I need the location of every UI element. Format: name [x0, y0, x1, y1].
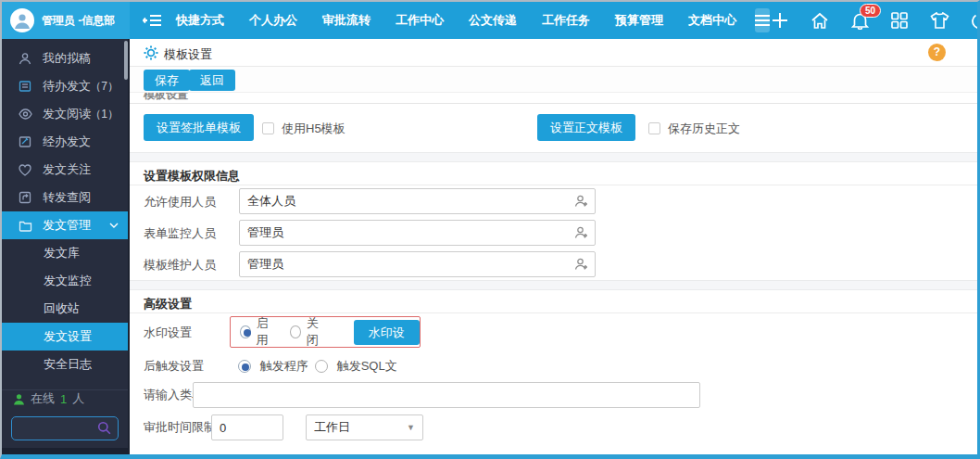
forward-review-icon — [18, 190, 32, 205]
save-button[interactable]: 保存 — [144, 70, 190, 91]
subitem-label: 回收站 — [44, 300, 80, 317]
user-icon — [18, 51, 32, 66]
field-label: 后触发设置 — [144, 358, 204, 375]
theme-shirt-icon[interactable] — [929, 10, 949, 31]
help-icon[interactable]: ? — [928, 44, 946, 61]
count-badge: （1） — [90, 107, 119, 122]
trigger-program-radio[interactable] — [238, 360, 251, 373]
h5-checkbox[interactable] — [262, 122, 274, 134]
person-add-icon[interactable] — [574, 194, 589, 209]
radio-label: 触发SQL文 — [337, 359, 397, 373]
nav-item-document-center[interactable]: 文档中心 — [688, 12, 736, 29]
time-limit-input[interactable] — [211, 414, 283, 440]
sidebar-item-label: 发文管理 — [43, 217, 91, 234]
template-maintainer-input[interactable] — [239, 251, 596, 277]
collapse-menu-icon[interactable] — [143, 12, 163, 29]
save-history-option: 保存历史正文 — [648, 121, 740, 137]
field-label: 表单监控人员 — [144, 225, 216, 242]
template-buttons-row: 设置签批单模板 使用H5模板 设置正文模板 保存历史正文 — [130, 104, 977, 152]
sidebar: 我的拟稿 待办发文 （7） 发文阅读 （1） 经办发文 发文关注 — [2, 39, 130, 454]
online-label: 在线 — [31, 390, 55, 407]
field-label: 允许使用人员 — [144, 194, 216, 210]
sidebar-item-label: 我的拟稿 — [43, 50, 91, 67]
post-trigger-row: 后触发设置 触发程序 触发SQL文 — [130, 352, 977, 380]
person-add-icon[interactable] — [574, 257, 589, 272]
apps-grid-icon[interactable] — [889, 10, 910, 31]
home-icon[interactable] — [810, 10, 830, 31]
main-content: 模板设置 ? 保存 返回 模板设置 设置签批单模板 使用H5模板 设置正文模板 … — [130, 39, 977, 454]
user-info[interactable]: 管理员 -信息部 — [2, 2, 130, 39]
back-button[interactable]: 返回 — [189, 70, 235, 91]
checkbox-label: 保存历史正文 — [668, 121, 740, 135]
dropdown-value: 工作日 — [314, 419, 350, 436]
nav-item-document-delivery[interactable]: 公文传递 — [469, 12, 517, 29]
notifications-bell-icon[interactable]: 50 — [849, 10, 870, 31]
subitem-label: 发文设置 — [44, 328, 92, 345]
set-sign-template-button[interactable]: 设置签批单模板 — [144, 114, 254, 141]
sidebar-subitem-document-monitor[interactable]: 发文监控 — [2, 267, 128, 295]
sidebar-item-my-drafts[interactable]: 我的拟稿 — [2, 45, 128, 72]
nav-item-personal-office[interactable]: 个人办公 — [249, 12, 297, 29]
use-h5-template-option: 使用H5模板 — [262, 121, 346, 137]
add-icon[interactable] — [770, 10, 790, 31]
sidebar-subitem-document-library[interactable]: 发文库 — [2, 239, 128, 267]
notification-badge: 50 — [860, 4, 881, 18]
trigger-program-option: 触发程序 — [238, 358, 308, 375]
toolbar: 保存 返回 — [130, 67, 977, 93]
sidebar-item-document-management[interactable]: 发文管理 — [2, 211, 128, 239]
sidebar-item-document-reading[interactable]: 发文阅读 （1） — [2, 100, 128, 128]
sidebar-subitem-document-settings[interactable]: 发文设置 — [2, 323, 128, 351]
sidebar-item-pending-documents[interactable]: 待办发文 （7） — [2, 72, 128, 100]
watermark-enable-radio[interactable] — [240, 325, 251, 338]
nav-item-work-center[interactable]: 工作中心 — [396, 12, 444, 29]
more-menu-icon[interactable] — [755, 8, 770, 32]
nav-item-budget-management[interactable]: 预算管理 — [615, 12, 663, 29]
sidebar-item-forward-review[interactable]: 转发查阅 — [2, 184, 128, 211]
trigger-sql-radio[interactable] — [315, 360, 328, 373]
sidebar-item-handled-documents[interactable]: 经办发文 — [2, 128, 128, 156]
allowed-users-input[interactable] — [239, 188, 596, 214]
section-title: 设置模板权限信息 — [144, 168, 240, 185]
document-edit-icon — [18, 134, 32, 149]
folder-icon — [18, 218, 32, 233]
sidebar-subitem-security-log[interactable]: 安全日志 — [2, 351, 128, 378]
heart-icon — [18, 162, 32, 177]
form-monitor-field: 表单监控人员 — [130, 217, 977, 249]
person-add-icon[interactable] — [574, 225, 589, 240]
top-nav: 快捷方式 个人办公 审批流转 工作中心 公文传递 工作任务 预算管理 文档中心 — [176, 12, 736, 29]
sidebar-item-label: 发文关注 — [43, 161, 91, 178]
radio-label: 启用 — [257, 315, 276, 349]
app-window: 管理员 -信息部 快捷方式 个人办公 审批流转 工作中心 公文传递 工作任务 预… — [0, 0, 980, 459]
sidebar-item-label: 待办发文 — [43, 78, 91, 95]
trigger-sql-option: 触发SQL文 — [315, 358, 397, 375]
template-maintainer-field: 模板维护人员 — [130, 249, 977, 280]
search-icon[interactable] — [97, 421, 111, 435]
classname-input[interactable] — [193, 382, 700, 408]
subitem-label: 安全日志 — [44, 356, 92, 373]
sidebar-item-document-follow[interactable]: 发文关注 — [2, 156, 128, 184]
set-body-template-button[interactable]: 设置正文模板 — [537, 114, 635, 141]
nav-item-approval-flow[interactable]: 审批流转 — [322, 12, 371, 29]
watermark-settings-button[interactable]: 水印设置 — [354, 320, 420, 345]
form-monitor-input[interactable] — [239, 220, 596, 246]
sidebar-item-label: 发文阅读 — [43, 106, 91, 122]
nav-item-shortcuts[interactable]: 快捷方式 — [176, 12, 224, 29]
topbar-actions: 50 — [770, 10, 980, 31]
section-title: 高级设置 — [144, 296, 192, 312]
watermark-highlight-box: 启用 关闭 水印设置 — [230, 316, 421, 348]
field-label: 水印设置 — [144, 325, 192, 341]
username: 管理员 -信息部 — [42, 13, 115, 29]
nav-item-work-tasks[interactable]: 工作任务 — [542, 12, 590, 29]
sidebar-subitem-recycle-bin[interactable]: 回收站 — [2, 295, 128, 323]
online-status: 在线 1 人 — [2, 390, 128, 407]
caret-down-icon: ▼ — [407, 423, 415, 432]
time-unit-dropdown[interactable]: 工作日 ▼ — [306, 414, 423, 440]
advanced-section-header: 高级设置 — [130, 290, 977, 313]
power-logout-icon[interactable] — [969, 10, 980, 31]
sidebar-item-label: 转发查阅 — [43, 189, 91, 206]
history-checkbox[interactable] — [648, 122, 660, 134]
approval-time-limit-row: 审批时间限制 工作日 ▼ — [130, 412, 977, 445]
radio-label: 关闭 — [307, 315, 326, 349]
watermark-disable-radio[interactable] — [290, 325, 301, 338]
subitem-label: 发文库 — [44, 245, 80, 261]
